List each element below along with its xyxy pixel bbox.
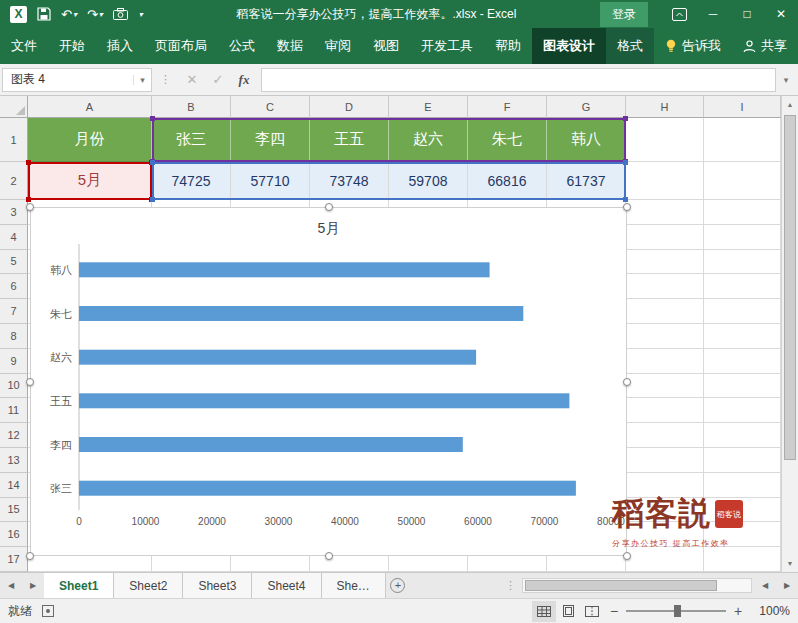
row-header[interactable]: 13 xyxy=(0,448,28,473)
row-header[interactable]: 14 xyxy=(0,473,28,498)
grid-cell[interactable] xyxy=(626,423,704,448)
zoom-in-icon[interactable]: + xyxy=(728,603,748,619)
maximize-icon[interactable]: □ xyxy=(730,0,764,28)
chart-resize-handle[interactable] xyxy=(623,203,631,211)
vertical-scrollbar[interactable]: ▲ ▼ xyxy=(781,96,798,572)
scroll-down-icon[interactable]: ▼ xyxy=(782,555,798,572)
chart-bar[interactable] xyxy=(79,393,569,408)
customize-qat-icon[interactable]: ▾ xyxy=(138,10,143,19)
tab-page-layout[interactable]: 页面布局 xyxy=(144,28,218,64)
column-header-h[interactable]: H xyxy=(626,96,704,118)
zoom-slider-thumb[interactable] xyxy=(674,605,681,617)
column-header-i[interactable]: I xyxy=(704,96,781,118)
chart-bar[interactable] xyxy=(79,350,476,365)
column-header-f[interactable]: F xyxy=(468,96,547,118)
zoom-out-icon[interactable]: − xyxy=(604,603,624,619)
chart-resize-handle[interactable] xyxy=(325,552,333,560)
grid-cell[interactable] xyxy=(626,324,704,349)
grid-cell[interactable] xyxy=(626,200,704,225)
insert-function-icon[interactable]: fx xyxy=(231,72,257,88)
row-header[interactable]: 11 xyxy=(0,398,28,423)
enter-icon[interactable]: ✓ xyxy=(205,72,231,87)
grid-cell[interactable] xyxy=(704,398,781,423)
vertical-scroll-thumb[interactable] xyxy=(784,115,796,460)
cell-d2[interactable]: 73748 xyxy=(310,162,389,200)
chart-resize-handle[interactable] xyxy=(623,552,631,560)
sheet-nav-right-icon[interactable]: ▶ xyxy=(22,573,44,598)
chart-bar[interactable] xyxy=(79,262,490,277)
chart-bar[interactable] xyxy=(79,437,463,452)
grid-cell[interactable] xyxy=(626,225,704,250)
chart-resize-handle[interactable] xyxy=(26,203,34,211)
sheet-tab-sheet4[interactable]: Sheet4 xyxy=(252,573,321,598)
cell-c2[interactable]: 57710 xyxy=(231,162,310,200)
select-all-corner[interactable] xyxy=(0,96,28,118)
tab-review[interactable]: 审阅 xyxy=(314,28,362,64)
column-header-g[interactable]: G xyxy=(547,96,626,118)
grid-cell[interactable] xyxy=(704,299,781,324)
grid-cell[interactable] xyxy=(626,274,704,299)
scroll-up-icon[interactable]: ▲ xyxy=(782,96,798,113)
bar-chart[interactable]: 5月 韩八朱七赵六王五李四张三0100002000030000400005000… xyxy=(30,207,627,556)
grid-cell[interactable] xyxy=(704,374,781,399)
scroll-right-icon[interactable]: ▶ xyxy=(776,573,798,598)
sheet-nav-left-icon[interactable]: ◀ xyxy=(0,573,22,598)
row-header[interactable]: 12 xyxy=(0,423,28,448)
row-header[interactable]: 6 xyxy=(0,274,28,299)
tab-home[interactable]: 开始 xyxy=(48,28,96,64)
redo-icon[interactable]: ↷▾ xyxy=(87,7,103,22)
excel-app-icon[interactable]: X xyxy=(10,6,27,23)
ribbon-display-options-icon[interactable] xyxy=(662,0,696,28)
sign-in-button[interactable]: 登录 xyxy=(600,2,648,27)
formula-bar-splitter[interactable]: ⋮ xyxy=(152,73,179,86)
sheet-tab-sheet1[interactable]: Sheet1 xyxy=(44,573,114,598)
new-sheet-button[interactable]: + xyxy=(386,573,410,598)
grid-cell[interactable] xyxy=(704,250,781,275)
chart-resize-handle[interactable] xyxy=(26,378,34,386)
undo-caret-icon[interactable]: ▾ xyxy=(73,10,77,19)
tell-me-button[interactable]: 告诉我 xyxy=(654,28,732,64)
grid-cell[interactable] xyxy=(704,423,781,448)
cell-b2[interactable]: 74725 xyxy=(152,162,231,200)
row-header[interactable]: 9 xyxy=(0,349,28,374)
row-header[interactable]: 7 xyxy=(0,299,28,324)
zoom-slider[interactable] xyxy=(626,610,726,612)
sheet-tab-more[interactable]: She… xyxy=(322,573,386,598)
chart-resize-handle[interactable] xyxy=(26,552,34,560)
grid-cell[interactable] xyxy=(626,374,704,399)
grid-cell[interactable] xyxy=(704,547,781,572)
grid-cell[interactable] xyxy=(626,349,704,374)
grid-cell[interactable] xyxy=(626,398,704,423)
cell-d1[interactable]: 王五 xyxy=(310,118,389,162)
name-box-caret-icon[interactable]: ▾ xyxy=(133,75,151,85)
row-header[interactable]: 16 xyxy=(0,522,28,547)
sheet-tab-sheet2[interactable]: Sheet2 xyxy=(114,573,183,598)
tab-help[interactable]: 帮助 xyxy=(484,28,532,64)
name-box[interactable]: 图表 4 ▾ xyxy=(2,68,152,92)
grid-cell[interactable] xyxy=(704,225,781,250)
grid-cell[interactable] xyxy=(704,349,781,374)
grid-cell[interactable] xyxy=(704,324,781,349)
cell-f2[interactable]: 66816 xyxy=(468,162,547,200)
tab-format[interactable]: 格式 xyxy=(606,28,654,64)
cell-g1[interactable]: 韩八 xyxy=(547,118,626,162)
minimize-icon[interactable]: ─ xyxy=(696,0,730,28)
camera-icon[interactable] xyxy=(113,8,128,20)
column-header-b[interactable]: B xyxy=(152,96,231,118)
chart-resize-handle[interactable] xyxy=(325,203,333,211)
row-header[interactable]: 10 xyxy=(0,374,28,399)
tab-data[interactable]: 数据 xyxy=(266,28,314,64)
tab-formulas[interactable]: 公式 xyxy=(218,28,266,64)
cell-i1[interactable] xyxy=(704,118,781,162)
cell-c1[interactable]: 李四 xyxy=(231,118,310,162)
tab-scrollbar-splitter[interactable]: ⋮ xyxy=(501,573,520,598)
row-header[interactable]: 4 xyxy=(0,225,28,250)
zoom-level[interactable]: 100% xyxy=(748,604,790,618)
grid-cell[interactable] xyxy=(704,200,781,225)
horizontal-scroll-thumb[interactable] xyxy=(525,580,717,591)
column-header-a[interactable]: A xyxy=(28,96,152,118)
tab-file[interactable]: 文件 xyxy=(0,28,48,64)
cell-b1[interactable]: 张三 xyxy=(152,118,231,162)
column-header-d[interactable]: D xyxy=(310,96,389,118)
sheet-tab-sheet3[interactable]: Sheet3 xyxy=(183,573,252,598)
